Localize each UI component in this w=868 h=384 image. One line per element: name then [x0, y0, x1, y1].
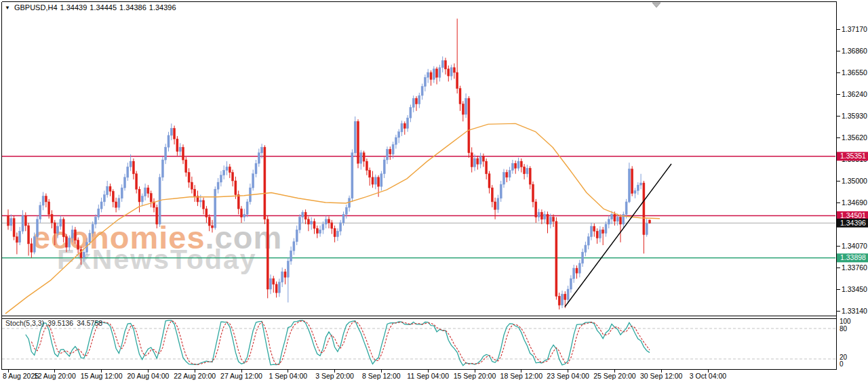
time-tick-label: 23 Sep 04:00: [547, 372, 589, 380]
price-tick-label: 1.35930: [842, 112, 867, 120]
time-tick-label: 8 Sep 12:00: [362, 372, 401, 380]
price-axis[interactable]: 1.371701.368601.365501.362401.359301.356…: [837, 25, 868, 368]
ma-line[interactable]: [5, 123, 660, 314]
symbol-label: GBPUSD,H4: [14, 3, 58, 12]
quote-close: 1.34396: [149, 3, 176, 12]
quote-low: 1.34386: [119, 3, 146, 12]
quote-high: 1.34445: [90, 3, 117, 12]
symbol-dropdown-icon[interactable]: ▼: [5, 5, 10, 11]
chart-shift-marker-icon: [652, 3, 660, 7]
stoch-pane[interactable]: [2, 320, 836, 366]
time-tick-label: 3 Oct 04:00: [690, 372, 726, 380]
price-tick-label: 1.33140: [842, 307, 867, 315]
price-tick-label: 1.35000: [842, 177, 867, 185]
price-badge-text: 1.35351: [840, 152, 866, 160]
time-tick-label: 27 Aug 12:00: [220, 372, 262, 380]
time-tick-label: 11 Sep 04:00: [407, 372, 449, 380]
symbol-quote-line: ▼GBPUSD,H41.344391.344451.343861.34396: [5, 3, 179, 12]
time-axis[interactable]: 8 Aug 202512 Aug 20:0015 Aug 12:0020 Aug…: [3, 370, 726, 381]
indicator-value-k: 39.5136: [47, 319, 73, 327]
stoch-scale-label: 80: [840, 325, 848, 333]
time-tick-label: 3 Sep 20:00: [315, 372, 354, 380]
price-tick-label: 1.36860: [842, 47, 867, 55]
price-tick-label: 1.33450: [842, 285, 867, 293]
time-tick-label: 22 Aug 20:00: [174, 372, 216, 380]
time-tick-label: 25 Sep 20:00: [593, 372, 636, 380]
stoch-d-line: [31, 320, 650, 364]
candles-layer: [7, 19, 651, 310]
chart-window: economies.com FxNewsToday 1.371701.36860…: [0, 0, 868, 384]
time-tick-label: 15 Aug 12:00: [81, 372, 123, 380]
time-tick-label: 18 Sep 12:00: [500, 372, 543, 380]
price-tick-label: 1.36240: [842, 90, 867, 98]
price-tick-label: 1.34070: [842, 242, 867, 250]
chart-frame: [2, 2, 837, 370]
indicator-name: Stoch(5,3,3): [5, 319, 44, 327]
indicator-value-d: 34.5758: [77, 319, 102, 327]
price-badge-text: 1.33898: [840, 253, 866, 261]
indicator-label: Stoch(5,3,3)39.513634.5758: [5, 319, 106, 327]
stoch-scale-label: 0: [840, 360, 844, 368]
price-tick-label: 1.37170: [842, 25, 867, 33]
time-tick-label: 20 Aug 04:00: [127, 372, 169, 380]
quote-open: 1.34439: [60, 3, 87, 12]
time-tick-label: 30 Sep 12:00: [640, 372, 683, 380]
price-tick-label: 1.36550: [842, 68, 867, 77]
price-tick-label: 1.35620: [842, 133, 867, 142]
chart-canvas[interactable]: 1.371701.368601.365501.362401.359301.356…: [0, 0, 868, 384]
price-badge-text: 1.34396: [840, 219, 866, 227]
time-tick-label: 15 Sep 20:00: [454, 372, 496, 380]
price-tick-label: 1.33760: [842, 263, 867, 272]
time-tick-label: 12 Aug 20:00: [34, 372, 76, 380]
time-tick-label: 1 Sep 04:00: [269, 372, 307, 380]
stoch-scale-label: 100: [840, 318, 851, 325]
main-pane[interactable]: [2, 19, 836, 314]
price-tick-label: 1.34690: [842, 198, 867, 207]
stoch-k-line: [26, 320, 650, 366]
